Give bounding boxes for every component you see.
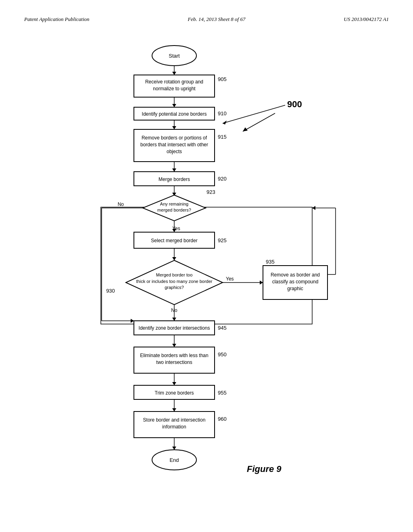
svg-text:End: End — [169, 457, 179, 463]
svg-line-92 — [223, 105, 285, 123]
svg-text:Eliminate borders with less th: Eliminate borders with less than — [140, 353, 208, 358]
svg-marker-7 — [172, 168, 176, 172]
flowchart: Start Receive rotation group and normali… — [49, 35, 364, 490]
diagram-svg: Start Receive rotation group and normali… — [49, 35, 364, 490]
svg-text:Select merged border: Select merged border — [151, 238, 197, 243]
svg-marker-25 — [172, 447, 176, 450]
svg-text:No: No — [171, 308, 177, 313]
svg-text:950: 950 — [218, 351, 227, 357]
svg-text:910: 910 — [218, 110, 227, 116]
svg-text:Remove as border and: Remove as border and — [271, 272, 320, 278]
svg-text:920: 920 — [218, 176, 227, 182]
svg-marker-5 — [172, 126, 176, 129]
svg-text:thick or includes too many zon: thick or includes too many zone border — [136, 279, 213, 284]
svg-marker-17 — [172, 318, 176, 321]
svg-marker-19 — [172, 344, 176, 347]
svg-text:classify as compound: classify as compound — [272, 279, 319, 285]
svg-text:900: 900 — [287, 99, 302, 109]
svg-marker-32 — [312, 206, 315, 210]
svg-marker-15 — [260, 281, 263, 285]
svg-text:objects: objects — [167, 149, 182, 154]
page-header: Patent Application Publication Feb. 14, … — [24, 16, 389, 23]
svg-marker-34 — [131, 319, 134, 323]
svg-text:925: 925 — [218, 237, 227, 243]
svg-text:borders that intersect with ot: borders that intersect with other — [140, 142, 208, 148]
svg-text:Receive rotation group and: Receive rotation group and — [145, 79, 203, 85]
svg-marker-23 — [172, 408, 176, 411]
svg-text:923: 923 — [206, 189, 215, 195]
svg-text:915: 915 — [218, 134, 227, 140]
svg-text:945: 945 — [218, 325, 227, 331]
svg-text:930: 930 — [106, 288, 115, 294]
header-date-sheet: Feb. 14, 2013 Sheet 8 of 67 — [188, 16, 245, 23]
header-publication: Patent Application Publication — [24, 16, 90, 23]
svg-text:Store border and intersection: Store border and intersection — [143, 417, 206, 423]
svg-text:two intersections: two intersections — [156, 360, 192, 365]
svg-text:merged borders?: merged borders? — [157, 208, 191, 212]
svg-text:information: information — [162, 424, 186, 430]
svg-text:normalize to upright: normalize to upright — [153, 86, 196, 91]
page: Patent Application Publication Feb. 14, … — [0, 0, 413, 532]
svg-text:Trim zone borders: Trim zone borders — [155, 390, 194, 396]
svg-marker-21 — [172, 382, 176, 385]
diagram-area: Start Receive rotation group and normali… — [24, 35, 389, 490]
svg-text:955: 955 — [218, 390, 227, 396]
svg-text:Merge borders: Merge borders — [159, 177, 190, 182]
svg-text:935: 935 — [266, 259, 275, 265]
svg-text:Yes: Yes — [226, 276, 234, 282]
svg-marker-3 — [172, 104, 176, 107]
svg-text:Remove borders or portions of: Remove borders or portions of — [142, 135, 207, 141]
header-patent-number: US 2013/0042172 A1 — [344, 16, 389, 23]
svg-text:905: 905 — [218, 76, 227, 82]
svg-text:Start: Start — [169, 53, 180, 59]
svg-text:No: No — [118, 202, 124, 207]
svg-text:960: 960 — [218, 416, 227, 422]
svg-text:Identify zone border intersect: Identify zone border intersections — [139, 325, 210, 331]
svg-text:Figure 9: Figure 9 — [247, 464, 282, 474]
svg-text:Merged border too: Merged border too — [156, 272, 193, 277]
svg-text:Yes: Yes — [172, 226, 180, 231]
svg-marker-1 — [172, 72, 176, 75]
svg-marker-13 — [172, 257, 176, 260]
svg-text:graphics?: graphics? — [165, 285, 184, 290]
svg-text:graphic: graphic — [287, 286, 303, 291]
svg-text:Identify potential zone border: Identify potential zone borders — [142, 111, 207, 117]
svg-text:Any remaining: Any remaining — [160, 202, 188, 206]
